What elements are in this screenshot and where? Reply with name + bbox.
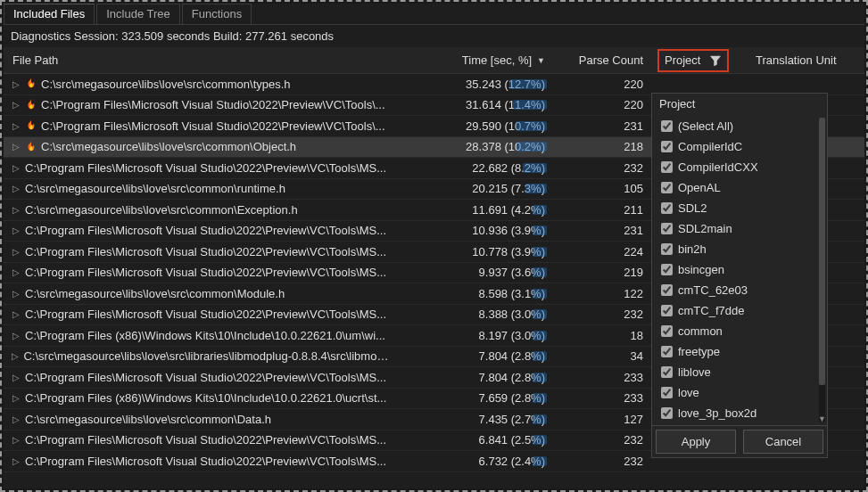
filter-item[interactable]: (Select All) bbox=[652, 116, 827, 136]
tab-functions[interactable]: Functions bbox=[182, 4, 252, 24]
project-filter-popup: Project (Select All)CompilerIdCCompilerI… bbox=[651, 93, 828, 458]
scroll-down-icon[interactable]: ▼ bbox=[818, 414, 826, 423]
header-parse-count[interactable]: Parse Count bbox=[552, 49, 650, 71]
filter-checkbox[interactable] bbox=[661, 284, 673, 296]
parse-count-cell: 127 bbox=[552, 411, 650, 428]
pct-bar bbox=[533, 309, 547, 319]
tu-cell bbox=[748, 459, 864, 463]
filter-item[interactable]: SDL2 bbox=[652, 198, 827, 218]
header-file-path[interactable]: File Path bbox=[4, 49, 401, 71]
file-path: C:\src\megasource\libs\love\src\common\D… bbox=[25, 413, 271, 426]
time-cell: 29.590 (10.7%) bbox=[401, 118, 552, 135]
filter-item[interactable]: bsincgen bbox=[652, 259, 827, 280]
filter-item[interactable]: love bbox=[652, 382, 827, 403]
expander-icon[interactable]: ▷ bbox=[11, 184, 21, 193]
time-cell: 10.778 (3.9%) bbox=[401, 243, 552, 260]
expander-icon[interactable]: ▷ bbox=[11, 121, 21, 131]
tab-included-files[interactable]: Included Files bbox=[4, 4, 95, 24]
parse-count-cell: 232 bbox=[552, 160, 650, 176]
sort-desc-icon: ▼ bbox=[537, 56, 545, 65]
expander-icon[interactable]: ▷ bbox=[11, 100, 21, 110]
expander-icon[interactable]: ▷ bbox=[11, 163, 21, 173]
filter-item[interactable]: SDL2main bbox=[652, 218, 827, 239]
parse-count-cell: 232 bbox=[552, 431, 650, 448]
expander-icon[interactable]: ▷ bbox=[11, 351, 20, 361]
expander-icon[interactable]: ▷ bbox=[11, 373, 21, 382]
filter-item[interactable]: freetype bbox=[652, 341, 827, 362]
popup-list[interactable]: (Select All)CompilerIdCCompilerIdCXXOpen… bbox=[652, 114, 827, 425]
parse-count-cell: 18 bbox=[552, 327, 650, 344]
expander-icon[interactable]: ▷ bbox=[11, 142, 21, 152]
filter-checkbox[interactable] bbox=[661, 161, 673, 173]
filter-checkbox[interactable] bbox=[661, 346, 673, 357]
filter-checkbox[interactable] bbox=[661, 366, 673, 378]
time-cell: 10.936 (3.9%) bbox=[401, 222, 552, 239]
file-path-cell: ▷C:\src\megasource\libs\love\src\common\… bbox=[4, 285, 401, 302]
file-path: C:\Program Files\Microsoft Visual Studio… bbox=[25, 433, 386, 447]
filter-item[interactable]: bin2h bbox=[652, 239, 827, 259]
expander-icon[interactable]: ▷ bbox=[11, 393, 21, 403]
file-path: C:\Program Files\Microsoft Visual Studio… bbox=[41, 119, 385, 133]
filter-checkbox[interactable] bbox=[661, 243, 673, 255]
file-path-cell: ▷C:\src\megasource\libs\love\src\common\… bbox=[4, 76, 401, 93]
file-path: C:\Program Files\Microsoft Visual Studio… bbox=[25, 224, 386, 237]
pct-bar bbox=[533, 393, 547, 403]
file-path: C:\src\megasource\libs\love\src\common\O… bbox=[41, 140, 296, 153]
expander-icon[interactable]: ▷ bbox=[11, 267, 21, 277]
parse-count-cell: 231 bbox=[552, 222, 650, 239]
scroll-thumb[interactable] bbox=[819, 118, 825, 385]
project-cell bbox=[650, 459, 748, 463]
filter-checkbox[interactable] bbox=[661, 182, 673, 193]
expander-icon[interactable]: ▷ bbox=[11, 331, 21, 340]
file-path: C:\Program Files\Microsoft Visual Studio… bbox=[25, 455, 386, 468]
cancel-button[interactable]: Cancel bbox=[743, 430, 823, 454]
parse-count-cell: 34 bbox=[552, 348, 650, 365]
filter-checkbox[interactable] bbox=[661, 264, 673, 275]
expander-icon[interactable]: ▷ bbox=[11, 79, 21, 89]
filter-checkbox[interactable] bbox=[661, 387, 673, 398]
expander-icon[interactable]: ▷ bbox=[11, 435, 21, 445]
filter-item[interactable]: OpenAL bbox=[652, 177, 827, 198]
header-time[interactable]: Time [sec, %] ▼ bbox=[401, 49, 552, 71]
expander-icon[interactable]: ▷ bbox=[11, 247, 21, 257]
filter-item[interactable]: cmTC_f7dde bbox=[652, 300, 827, 321]
tab-include-tree[interactable]: Include Tree bbox=[96, 4, 180, 24]
filter-item[interactable]: CompilerIdCXX bbox=[652, 157, 827, 177]
filter-item[interactable]: CompilerIdC bbox=[652, 136, 827, 157]
filter-checkbox[interactable] bbox=[661, 120, 673, 132]
grid-header: File Path Time [sec, %] ▼ Parse Count Pr… bbox=[4, 47, 864, 74]
pct-bar bbox=[533, 351, 547, 361]
header-project[interactable]: Project bbox=[650, 47, 748, 77]
filter-checkbox[interactable] bbox=[661, 223, 673, 234]
filter-item[interactable]: love_3p_box2d bbox=[652, 403, 827, 423]
expander-icon[interactable]: ▷ bbox=[11, 414, 21, 424]
filter-checkbox[interactable] bbox=[661, 407, 673, 419]
filter-item[interactable]: cmTC_62e03 bbox=[652, 280, 827, 300]
expander-icon[interactable]: ▷ bbox=[11, 205, 21, 215]
filter-checkbox[interactable] bbox=[661, 325, 673, 337]
filter-item[interactable]: common bbox=[652, 321, 827, 341]
table-row[interactable]: ▷C:\src\megasource\libs\love\src\common\… bbox=[4, 74, 864, 95]
apply-button[interactable]: Apply bbox=[656, 430, 736, 454]
filter-checkbox[interactable] bbox=[661, 141, 673, 152]
expander-icon[interactable]: ▷ bbox=[11, 456, 21, 466]
pct-bar bbox=[525, 184, 547, 193]
time-cell: 7.804 (2.8%) bbox=[401, 369, 552, 386]
header-translation-unit[interactable]: Translation Unit bbox=[748, 49, 864, 71]
filter-label: SDL2 bbox=[678, 201, 707, 215]
pct-bar bbox=[533, 205, 547, 215]
file-path-cell: ▷C:\Program Files\Microsoft Visual Studi… bbox=[4, 453, 401, 470]
expander-icon[interactable]: ▷ bbox=[11, 309, 21, 319]
filter-item[interactable]: liblove bbox=[652, 362, 827, 382]
parse-count-cell: 211 bbox=[552, 201, 650, 218]
popup-title: Project bbox=[652, 94, 827, 114]
tab-bar: Included FilesInclude TreeFunctions bbox=[4, 4, 864, 25]
filter-checkbox[interactable] bbox=[661, 202, 673, 214]
time-cell: 11.691 (4.2%) bbox=[401, 201, 552, 218]
expander-icon[interactable]: ▷ bbox=[11, 289, 21, 299]
popup-scrollbar[interactable]: ▼ bbox=[819, 118, 825, 422]
parse-count-cell: 220 bbox=[552, 76, 650, 93]
parse-count-cell: 218 bbox=[552, 138, 650, 155]
expander-icon[interactable]: ▷ bbox=[11, 226, 21, 235]
filter-checkbox[interactable] bbox=[661, 305, 673, 316]
